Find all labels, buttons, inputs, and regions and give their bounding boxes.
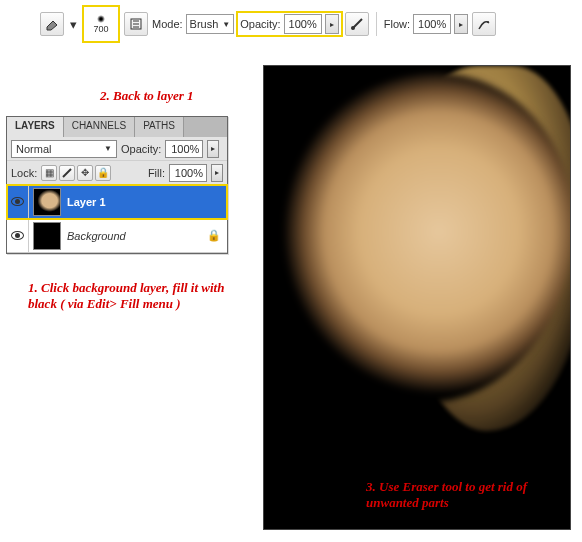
flow-value: 100%: [418, 18, 446, 30]
layers-panel: LAYERS CHANNELS PATHS Normal ▼ Opacity: …: [6, 116, 228, 254]
svg-point-3: [487, 21, 489, 23]
image-content: [274, 73, 571, 403]
lock-icons-group: ▦ ✥ 🔒: [41, 165, 111, 181]
layer-row-background[interactable]: Background 🔒: [7, 219, 227, 253]
opacity-group: Opacity: 100% ▸: [238, 13, 341, 35]
layer-name-label: Layer 1: [65, 196, 227, 208]
flow-flyout-button[interactable]: ▸: [454, 14, 468, 34]
fill-flyout[interactable]: ▸: [211, 164, 223, 182]
tablet-pressure-opacity-icon[interactable]: [345, 12, 369, 36]
opacity-value: 100%: [289, 18, 317, 30]
lock-icon: 🔒: [207, 229, 221, 242]
layer-thumbnail[interactable]: [33, 188, 61, 216]
document-canvas[interactable]: 3. Use Eraser tool to get rid of unwante…: [263, 65, 571, 530]
toolbar-divider: [376, 12, 377, 36]
brush-size-value: 700: [93, 24, 108, 34]
lock-pixels-icon[interactable]: [59, 165, 75, 181]
mode-select[interactable]: Brush ▼: [186, 14, 235, 34]
fill-input[interactable]: 100%: [169, 164, 207, 182]
blend-mode-value: Normal: [16, 143, 51, 155]
mode-group: Mode: Brush ▼: [152, 14, 234, 34]
dropdown-arrow-icon[interactable]: ▾: [68, 12, 78, 36]
mode-value: Brush: [190, 18, 219, 30]
svg-point-2: [351, 26, 355, 30]
brush-preset-picker[interactable]: 700: [82, 5, 120, 43]
tab-layers[interactable]: LAYERS: [7, 117, 64, 137]
annotation-step1: 1. Click background layer, fill it with …: [28, 280, 238, 313]
airbrush-icon[interactable]: [472, 12, 496, 36]
annotation-step3: 3. Use Eraser tool to get rid of unwante…: [366, 479, 556, 512]
brush-dot-icon: [97, 15, 105, 23]
blend-opacity-row: Normal ▼ Opacity: 100% ▸: [7, 137, 227, 161]
chevron-down-icon: ▼: [222, 20, 230, 29]
lock-label: Lock:: [11, 167, 37, 179]
panel-opacity-flyout[interactable]: ▸: [207, 140, 219, 158]
options-toolbar: ▾ 700 Mode: Brush ▼ Opacity: 100% ▸ Flow…: [40, 8, 496, 40]
brush-panel-toggle[interactable]: [124, 12, 148, 36]
annotation-step2: 2. Back to layer 1: [100, 88, 194, 104]
fill-value: 100%: [175, 167, 203, 179]
svg-marker-0: [47, 21, 57, 30]
lock-all-icon[interactable]: 🔒: [95, 165, 111, 181]
lock-transparency-icon[interactable]: ▦: [41, 165, 57, 181]
layer-name-label: Background: [65, 230, 207, 242]
panel-opacity-label: Opacity:: [121, 143, 161, 155]
eye-icon: [11, 197, 24, 206]
flow-label: Flow:: [384, 18, 410, 30]
panel-opacity-value: 100%: [171, 143, 199, 155]
lock-position-icon[interactable]: ✥: [77, 165, 93, 181]
chevron-down-icon: ▼: [104, 144, 112, 153]
opacity-flyout-button[interactable]: ▸: [325, 14, 339, 34]
blend-mode-select[interactable]: Normal ▼: [11, 140, 117, 158]
panel-tabs: LAYERS CHANNELS PATHS: [7, 117, 227, 137]
layer-thumbnail[interactable]: [33, 222, 61, 250]
flow-input[interactable]: 100%: [413, 14, 451, 34]
tab-paths[interactable]: PATHS: [135, 117, 184, 137]
eraser-tool-icon[interactable]: [40, 12, 64, 36]
visibility-toggle[interactable]: [7, 219, 29, 252]
mode-label: Mode:: [152, 18, 183, 30]
layer-row-layer1[interactable]: Layer 1: [7, 185, 227, 219]
opacity-label: Opacity:: [240, 18, 280, 30]
tab-channels[interactable]: CHANNELS: [64, 117, 135, 137]
layer-list: Layer 1 Background 🔒: [7, 185, 227, 253]
panel-opacity-input[interactable]: 100%: [165, 140, 203, 158]
fill-label: Fill:: [148, 167, 165, 179]
lock-fill-row: Lock: ▦ ✥ 🔒 Fill: 100% ▸: [7, 161, 227, 185]
flow-group: Flow: 100% ▸: [384, 14, 468, 34]
visibility-toggle[interactable]: [7, 185, 29, 218]
opacity-input[interactable]: 100%: [284, 14, 322, 34]
eye-icon: [11, 231, 24, 240]
